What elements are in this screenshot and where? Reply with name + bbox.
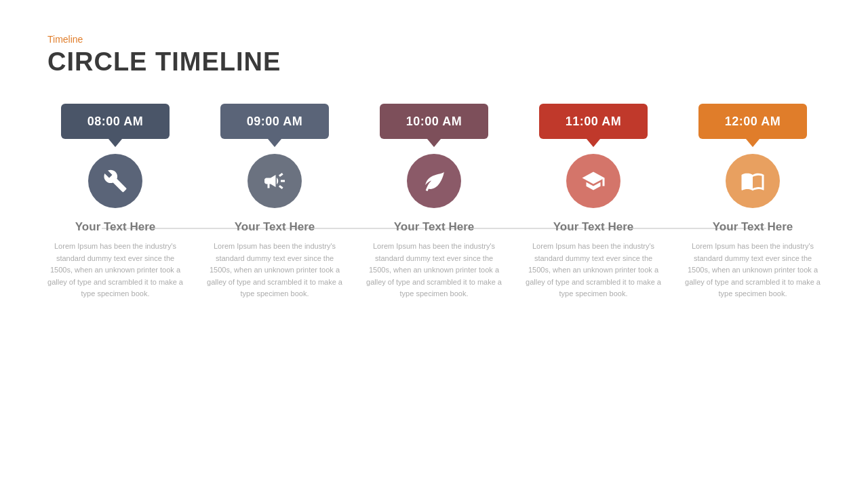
item-title-3: Your Text Here: [394, 220, 474, 234]
callout-2: 09:00 AM: [220, 104, 329, 139]
timeline-item-2: 09:00 AM Your Text Here Lorem Ipsum has …: [207, 104, 342, 300]
item-desc-4: Lorem Ipsum has been the industry's stan…: [526, 241, 661, 300]
header: Timeline CIRCLE TIMELINE: [47, 34, 821, 77]
page: Timeline CIRCLE TIMELINE 08:00 AM Your T…: [0, 0, 868, 488]
callout-1: 08:00 AM: [61, 104, 170, 139]
callout-3: 10:00 AM: [380, 104, 488, 139]
item-title-2: Your Text Here: [235, 220, 315, 234]
graduation-icon: [581, 169, 606, 193]
callout-5: 12:00 AM: [698, 104, 807, 139]
circle-3: [407, 154, 461, 208]
item-desc-5: Lorem Ipsum has been the industry's stan…: [685, 241, 821, 300]
item-desc-3: Lorem Ipsum has been the industry's stan…: [366, 241, 502, 300]
time-1: 08:00 AM: [87, 115, 143, 129]
circle-4: [566, 154, 620, 208]
timeline-items: 08:00 AM Your Text Here Lorem Ipsum has …: [47, 104, 821, 300]
time-5: 12:00 AM: [725, 115, 781, 129]
time-3: 10:00 AM: [406, 115, 462, 129]
timeline-item-4: 11:00 AM Your Text Here Lorem Ipsum has …: [526, 104, 661, 300]
time-2: 09:00 AM: [247, 115, 302, 129]
circle-5: [726, 154, 780, 208]
circle-1: [88, 154, 142, 208]
timeline-item-3: 10:00 AM Your Text Here Lorem Ipsum has …: [366, 104, 502, 300]
item-desc-2: Lorem Ipsum has been the industry's stan…: [207, 241, 342, 300]
circle-2: [248, 154, 302, 208]
timeline-container: 08:00 AM Your Text Here Lorem Ipsum has …: [47, 104, 821, 300]
header-label: Timeline: [47, 34, 821, 45]
timeline-item-5: 12:00 AM Your Text Here Lorem Ipsum has …: [685, 104, 821, 300]
item-desc-1: Lorem Ipsum has been the industry's stan…: [47, 241, 183, 300]
time-4: 11:00 AM: [566, 115, 621, 129]
megaphone-icon: [262, 169, 287, 193]
callout-4: 11:00 AM: [539, 104, 648, 139]
leaf-icon: [422, 169, 446, 193]
timeline-item-1: 08:00 AM Your Text Here Lorem Ipsum has …: [47, 104, 183, 300]
item-title-5: Your Text Here: [713, 220, 793, 234]
item-title-1: Your Text Here: [75, 220, 155, 234]
item-title-4: Your Text Here: [553, 220, 633, 234]
book-icon: [741, 169, 765, 193]
header-title: CIRCLE TIMELINE: [47, 47, 821, 77]
tools-icon: [103, 169, 127, 193]
